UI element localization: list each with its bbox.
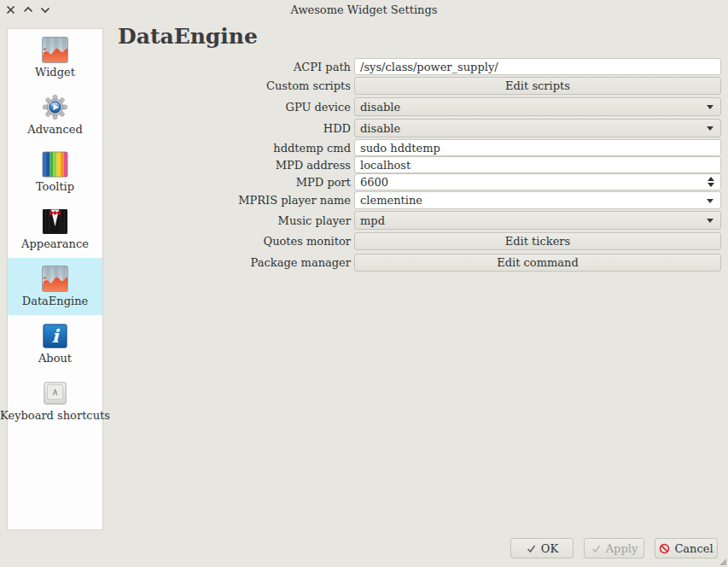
mpris-player-name-value: clementine bbox=[360, 194, 422, 207]
field-label-package-manager: Package manager bbox=[0, 256, 354, 269]
form-row: hddtemp cmd bbox=[0, 139, 721, 156]
form-row: Package manager Edit command bbox=[0, 254, 721, 272]
field-label-hddtemp-cmd: hddtemp cmd bbox=[0, 142, 354, 155]
form-row: HDD disable bbox=[0, 119, 721, 137]
sidebar-item-keyboard-shortcuts[interactable]: A Keyboard shortcuts bbox=[8, 372, 102, 430]
dropdown-arrow-icon bbox=[707, 126, 713, 131]
cancel-button-label: Cancel bbox=[674, 542, 713, 555]
form-row: ACPI path bbox=[0, 58, 721, 75]
form-row: Quotes monitor Edit tickers bbox=[0, 232, 721, 250]
cancel-button[interactable]: Cancel bbox=[655, 538, 718, 558]
music-player-dropdown[interactable]: mpd bbox=[354, 211, 721, 230]
form-row: MPD port bbox=[0, 173, 721, 190]
form-row: Custom scripts Edit scripts bbox=[0, 77, 721, 95]
field-label-gpu-device: GPU device bbox=[0, 101, 354, 114]
field-label-acpi-path: ACPI path bbox=[0, 61, 354, 73]
gpu-device-dropdown[interactable]: disable bbox=[354, 97, 721, 116]
title-bar: Awesome Widget Settings bbox=[0, 0, 728, 20]
sidebar-item-label: Keyboard shortcuts bbox=[0, 409, 110, 422]
dropdown-arrow-icon bbox=[707, 219, 713, 223]
ok-button-label: OK bbox=[541, 542, 558, 555]
acpi-path-input[interactable] bbox=[354, 58, 721, 75]
dropdown-arrow-icon bbox=[707, 105, 713, 109]
sidebar-item-about[interactable]: i About bbox=[8, 315, 102, 372]
hddtemp-cmd-input[interactable] bbox=[354, 139, 721, 156]
apply-button: Apply bbox=[584, 538, 644, 558]
form-row: MPRIS player name clementine bbox=[0, 191, 721, 209]
form-row: GPU device disable bbox=[0, 97, 721, 116]
svg-text:A: A bbox=[53, 389, 58, 397]
resize-grip[interactable] bbox=[719, 558, 726, 565]
edit-tickers-button[interactable]: Edit tickers bbox=[354, 232, 721, 250]
gpu-device-value: disable bbox=[360, 101, 400, 114]
dropdown-arrow-icon bbox=[707, 199, 713, 203]
window-title: Awesome Widget Settings bbox=[0, 3, 728, 16]
field-label-mpris-player-name: MPRIS player name bbox=[0, 194, 354, 207]
info-icon: i bbox=[42, 323, 68, 349]
sidebar-item-label: DataEngine bbox=[22, 295, 89, 307]
mpd-address-input[interactable] bbox=[354, 156, 721, 173]
form-row: Music player mpd bbox=[0, 211, 721, 230]
field-label-mpd-port: MPD port bbox=[0, 176, 354, 189]
field-label-quotes-monitor: Quotes monitor bbox=[0, 235, 354, 248]
spinner-arrows-icon[interactable] bbox=[708, 177, 714, 187]
edit-command-button[interactable]: Edit command bbox=[354, 254, 721, 272]
field-label-hdd: HDD bbox=[0, 122, 354, 135]
hdd-value: disable bbox=[360, 122, 400, 135]
check-icon bbox=[591, 543, 602, 554]
cancel-icon bbox=[659, 543, 670, 554]
page-title: DataEngine bbox=[118, 24, 258, 49]
field-label-music-player: Music player bbox=[0, 214, 354, 227]
apply-button-label: Apply bbox=[606, 542, 638, 555]
form-row: MPD address bbox=[0, 156, 721, 173]
field-label-mpd-address: MPD address bbox=[0, 159, 354, 172]
music-player-value: mpd bbox=[360, 214, 385, 227]
mpris-player-name-combobox[interactable]: clementine bbox=[354, 191, 721, 209]
keyboard-key-icon: A bbox=[42, 380, 68, 406]
mpd-port-input[interactable] bbox=[354, 173, 721, 190]
edit-scripts-button[interactable]: Edit scripts bbox=[354, 77, 721, 95]
sidebar-item-label: About bbox=[38, 352, 72, 365]
hdd-dropdown[interactable]: disable bbox=[354, 119, 721, 137]
check-icon bbox=[526, 543, 537, 554]
field-label-custom-scripts: Custom scripts bbox=[0, 79, 354, 92]
ok-button[interactable]: OK bbox=[510, 538, 574, 558]
